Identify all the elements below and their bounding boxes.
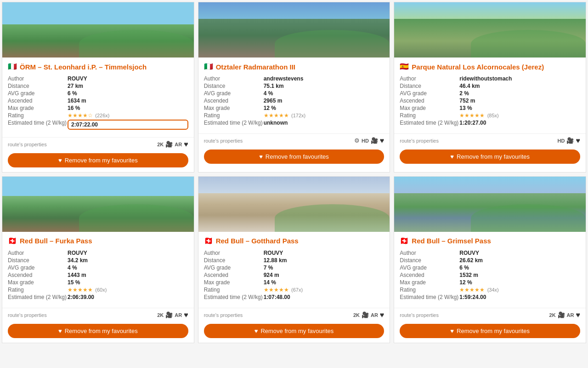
- route-image: [2, 177, 194, 232]
- routes-properties-link[interactable]: route's properties: [400, 138, 439, 144]
- favourite-heart-icon[interactable]: ♥: [576, 311, 580, 319]
- favourite-heart-icon[interactable]: ♥: [380, 311, 384, 319]
- estimated-label: Estimated time (2 W/kg): [8, 120, 68, 130]
- card-title: 🇨🇭 Red Bull – Gotthard Pass: [204, 236, 384, 246]
- avg-grade-label: AVG grade: [400, 264, 459, 271]
- remove-button-label: Remove from my favourites: [65, 157, 138, 164]
- route-image: [394, 177, 586, 232]
- card-body: 🇨🇭 Red Bull – Grimsel Pass Author ROUVY …: [394, 232, 586, 308]
- country-flag: 🇨🇭: [400, 236, 409, 246]
- route-card: 🇨🇭 Red Bull – Gotthard Pass Author ROUVY…: [198, 176, 390, 343]
- max-grade-value: 16 %: [68, 105, 188, 111]
- rating-value: ★★★★★ (34x): [459, 287, 580, 293]
- author-label: Author: [400, 75, 459, 82]
- badge-label: AR: [371, 312, 378, 318]
- remove-favourite-button[interactable]: ♥ Remove from my favourites: [8, 153, 188, 167]
- routes-properties-link[interactable]: route's properties: [8, 312, 47, 318]
- card-image: [394, 2, 586, 58]
- heart-icon: ♥: [450, 153, 454, 160]
- rating-label: Rating: [8, 287, 68, 293]
- card-footer: route's properties ⚙HD🎥 ♥: [198, 133, 390, 147]
- country-flag: 🇨🇭: [8, 236, 17, 246]
- card-title: 🇮🇹 ÖRM – St. Leonhard i.P. – Timmelsjoch: [8, 62, 188, 72]
- distance-label: Distance: [8, 83, 68, 89]
- author-label: Author: [400, 250, 459, 256]
- remove-button-label: Remove from my favourites: [457, 153, 530, 160]
- route-card: 🇪🇸 Parque Natural Los Alcornocales (Jere…: [394, 2, 586, 172]
- card-image: [2, 177, 194, 232]
- video-icon: 🎥: [165, 311, 173, 318]
- video-icon: 🎥: [165, 141, 173, 148]
- rating-label: Rating: [204, 112, 264, 119]
- route-card: 🇮🇹 Otztaler Radmarathon III Author andre…: [198, 2, 390, 172]
- estimated-time-value: 1:20:27.00: [459, 120, 580, 126]
- avg-grade-value: 2 %: [459, 90, 580, 97]
- heart-icon: ♥: [58, 328, 62, 334]
- heart-icon: ♥: [450, 328, 454, 334]
- rating-label: Rating: [400, 112, 459, 119]
- remove-favourite-button[interactable]: ♥ Remove from my favourites: [400, 150, 580, 164]
- author-value: ROUVY: [459, 250, 580, 256]
- video-icon: 🎥: [371, 137, 378, 144]
- remove-favourite-button[interactable]: ♥ Remove from favourites: [204, 150, 384, 164]
- badge-label: 2K: [549, 312, 556, 318]
- avg-grade-value: 6 %: [459, 264, 580, 271]
- avg-grade-label: AVG grade: [8, 264, 68, 271]
- estimated-time-value: 1:59:24.00: [459, 294, 580, 300]
- badge-group: 2K🎥AR ♥: [549, 311, 580, 319]
- video-icon: 🎥: [566, 137, 574, 144]
- estimated-label: Estimated time (2 W/kg): [8, 294, 68, 300]
- distance-label: Distance: [204, 257, 264, 264]
- routes-properties-link[interactable]: route's properties: [204, 312, 243, 318]
- rating-count: (172x): [291, 113, 305, 118]
- distance-value: 26.62 km: [459, 257, 580, 264]
- routes-properties-link[interactable]: route's properties: [204, 138, 243, 144]
- max-grade-label: Max grade: [204, 105, 264, 111]
- distance-value: 75.1 km: [264, 83, 384, 89]
- remove-favourite-button[interactable]: ♥ Remove from my favourites: [204, 324, 384, 338]
- estimated-label: Estimated time (2 W/kg): [204, 120, 264, 126]
- author-label: Author: [204, 250, 264, 256]
- routes-properties-link[interactable]: route's properties: [400, 312, 439, 318]
- favourite-heart-icon[interactable]: ♥: [576, 137, 580, 145]
- heart-icon: ♥: [58, 157, 62, 164]
- route-card: 🇮🇹 ÖRM – St. Leonhard i.P. – Timmelsjoch…: [2, 2, 194, 172]
- avg-grade-value: 6 %: [68, 90, 188, 97]
- author-value: ROUVY: [68, 250, 188, 256]
- rating-count: (85x): [487, 113, 499, 118]
- badge-label: AR: [175, 312, 182, 318]
- route-card: 🇨🇭 Red Bull – Furka Pass Author ROUVY Di…: [2, 176, 194, 343]
- settings-icon: ⚙: [354, 137, 360, 144]
- estimated-label: Estimated time (2 W/kg): [400, 294, 459, 300]
- avg-grade-label: AVG grade: [8, 90, 68, 97]
- card-body: 🇨🇭 Red Bull – Furka Pass Author ROUVY Di…: [2, 232, 194, 308]
- route-image: [198, 177, 390, 232]
- route-name: Red Bull – Gotthard Pass: [216, 236, 299, 246]
- remove-favourite-button[interactable]: ♥ Remove from my favourites: [400, 324, 580, 338]
- avg-grade-value: 7 %: [264, 264, 384, 271]
- ascended-value: 2965 m: [264, 98, 384, 104]
- routes-properties-link[interactable]: route's properties: [8, 142, 47, 147]
- card-title: 🇨🇭 Red Bull – Furka Pass: [8, 236, 188, 246]
- route-image: [198, 2, 390, 58]
- distance-label: Distance: [400, 257, 459, 264]
- video-icon: 🎥: [558, 311, 565, 318]
- favourite-heart-icon[interactable]: ♥: [184, 140, 188, 149]
- distance-label: Distance: [204, 83, 264, 89]
- max-grade-label: Max grade: [400, 105, 459, 111]
- rating-value: ★★★★★ (60x): [68, 287, 188, 293]
- remove-button-label: Remove from my favourites: [260, 328, 334, 334]
- heart-icon: ♥: [259, 153, 263, 160]
- card-meta: Author ROUVY Distance 34.2 km AVG grade …: [8, 250, 188, 300]
- ascended-value: 924 m: [264, 272, 384, 278]
- remove-favourite-button[interactable]: ♥ Remove from my favourites: [8, 324, 188, 338]
- favourite-heart-icon[interactable]: ♥: [380, 137, 384, 145]
- badge-group: ⚙HD🎥 ♥: [354, 137, 384, 145]
- ascended-value: 752 m: [459, 98, 580, 104]
- badge-label: 2K: [157, 142, 164, 147]
- favourite-heart-icon[interactable]: ♥: [184, 311, 188, 319]
- ascended-label: Ascended: [204, 272, 264, 278]
- card-title: 🇮🇹 Otztaler Radmarathon III: [204, 62, 384, 72]
- author-label: Author: [204, 75, 264, 82]
- distance-value: 12.88 km: [264, 257, 384, 264]
